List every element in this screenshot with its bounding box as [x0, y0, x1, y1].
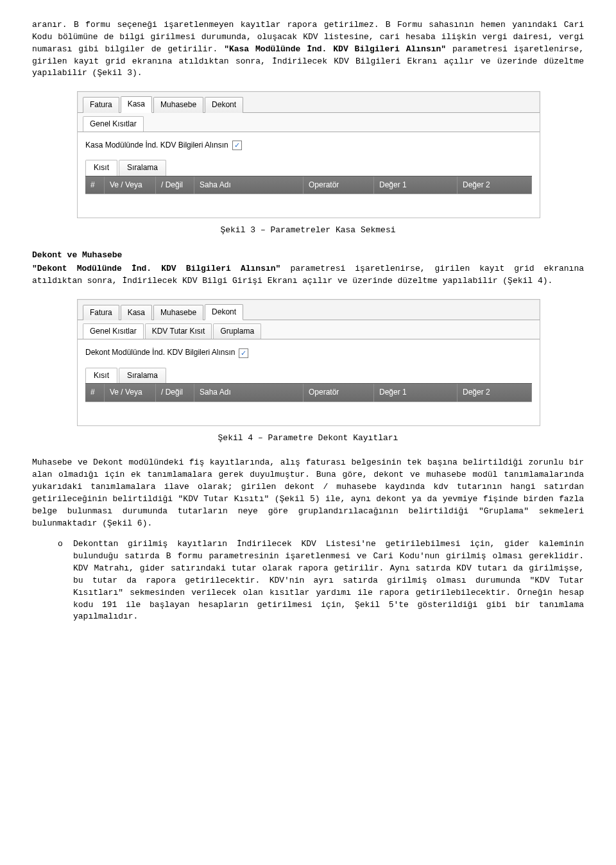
- tab-dekont[interactable]: Dekont: [205, 97, 243, 112]
- inner-tabs: Kısıt Sıralama: [85, 160, 532, 175]
- figure-3-caption: Şekil 3 – Parametreler Kasa Sekmesi: [32, 225, 584, 237]
- dekont-bold: "Dekont Modülünde İnd. KDV Bilgileri Alı…: [32, 264, 280, 273]
- intro-bold-1: "Kasa Modülünde İnd. KDV Bilgileri Alıns…: [224, 44, 446, 54]
- inner-tab-siralama[interactable]: Sıralama: [119, 160, 166, 175]
- top-tabs: Fatura Kasa Muhasebe Dekont: [78, 92, 540, 112]
- col-veveya[interactable]: Ve / Veya: [105, 176, 156, 194]
- checkbox-label-2: Dekont Modülünde İnd. KDV Bilgileri Alın…: [85, 347, 235, 358]
- inner-tab-siralama-2[interactable]: Sıralama: [119, 368, 166, 383]
- figure-3: Fatura Kasa Muhasebe Dekont Genel Kısıtl…: [77, 91, 539, 218]
- tab-fatura[interactable]: Fatura: [83, 97, 119, 112]
- col-hash[interactable]: #: [85, 176, 105, 194]
- tab-kasa-2[interactable]: Kasa: [121, 305, 152, 320]
- col-saha-2[interactable]: Saha Adı: [194, 384, 304, 401]
- grid-header-2: # Ve / Veya / Değil Saha Adı Operatör De…: [85, 383, 532, 401]
- muhasebe-paragraph: Muhasebe ve Dekont modülündeki fiş kayıt…: [32, 457, 584, 529]
- col-deger1[interactable]: Değer 1: [374, 176, 458, 194]
- list-marker: o: [58, 538, 73, 623]
- grid-body-2[interactable]: [85, 402, 532, 425]
- col-degil-2[interactable]: / Değil: [156, 384, 194, 401]
- sub-tabs-2: Genel Kısıtlar KDV Tutar Kısıt Gruplama: [78, 320, 540, 339]
- checkbox-dekont-kdv[interactable]: ✓: [239, 348, 248, 358]
- top-tabs-2: Fatura Kasa Muhasebe Dekont: [78, 300, 540, 320]
- subtab-genel-kisitlar-2[interactable]: Genel Kısıtlar: [83, 323, 144, 339]
- tab-muhasebe[interactable]: Muhasebe: [153, 97, 203, 112]
- subtab-gruplama[interactable]: Gruplama: [213, 323, 261, 339]
- col-deger2[interactable]: Değer 2: [458, 176, 532, 194]
- col-operator[interactable]: Operatör: [304, 176, 374, 194]
- col-deger2-2[interactable]: Değer 2: [458, 384, 532, 401]
- inner-tabs-2: Kısıt Sıralama: [85, 368, 532, 383]
- sub-tabs: Genel Kısıtlar: [78, 112, 540, 132]
- checkbox-row: Kasa Modülünde İnd. KDV Bilgileri Alınsı…: [85, 140, 532, 151]
- col-operator-2[interactable]: Operatör: [304, 384, 374, 401]
- list-item: o Dekonttan girilmiş kayıtların İndirile…: [58, 538, 584, 623]
- col-deger1-2[interactable]: Değer 1: [374, 384, 458, 401]
- checkbox-row-2: Dekont Modülünde İnd. KDV Bilgileri Alın…: [85, 347, 532, 358]
- tab-muhasebe-2[interactable]: Muhasebe: [153, 305, 203, 320]
- panel-dekont: Fatura Kasa Muhasebe Dekont Genel Kısıtl…: [77, 299, 540, 426]
- checkbox-kasa-kdv[interactable]: ✓: [232, 141, 242, 150]
- list-item-body: Dekonttan girilmiş kayıtların İndirilece…: [73, 538, 584, 623]
- tab-fatura-2[interactable]: Fatura: [83, 305, 119, 320]
- section-dekont-head: Dekont ve Muhasebe: [32, 250, 584, 262]
- col-saha[interactable]: Saha Adı: [194, 176, 304, 194]
- inner-tab-kisit-2[interactable]: Kısıt: [85, 368, 117, 383]
- dekont-paragraph: "Dekont Modülünde İnd. KDV Bilgileri Alı…: [32, 263, 584, 287]
- intro-paragraph: aranır. B formu seçeneği işaretlenmeyen …: [32, 19, 584, 80]
- panel-kasa: Fatura Kasa Muhasebe Dekont Genel Kısıtl…: [77, 91, 540, 218]
- grid-body[interactable]: [85, 194, 532, 218]
- subtab-genel-kisitlar[interactable]: Genel Kısıtlar: [83, 116, 144, 132]
- col-hash-2[interactable]: #: [85, 384, 105, 401]
- form-area: Kasa Modülünde İnd. KDV Bilgileri Alınsı…: [78, 132, 540, 218]
- tab-kasa[interactable]: Kasa: [121, 96, 152, 112]
- col-veveya-2[interactable]: Ve / Veya: [105, 384, 156, 401]
- grid-header: # Ve / Veya / Değil Saha Adı Operatör De…: [85, 176, 532, 194]
- figure-4: Fatura Kasa Muhasebe Dekont Genel Kısıtl…: [77, 299, 539, 426]
- bullet-list: o Dekonttan girilmiş kayıtların İndirile…: [58, 538, 584, 623]
- checkbox-label: Kasa Modülünde İnd. KDV Bilgileri Alınsı…: [85, 140, 228, 151]
- form-area-2: Dekont Modülünde İnd. KDV Bilgileri Alın…: [78, 339, 540, 425]
- col-degil[interactable]: / Değil: [156, 176, 194, 194]
- inner-tab-kisit[interactable]: Kısıt: [85, 160, 117, 175]
- tab-dekont-2[interactable]: Dekont: [205, 304, 243, 320]
- subtab-kdv-tutar-kisit[interactable]: KDV Tutar Kısıt: [145, 323, 212, 339]
- figure-4-caption: Şekil 4 – Parametre Dekont Kayıtları: [32, 432, 584, 445]
